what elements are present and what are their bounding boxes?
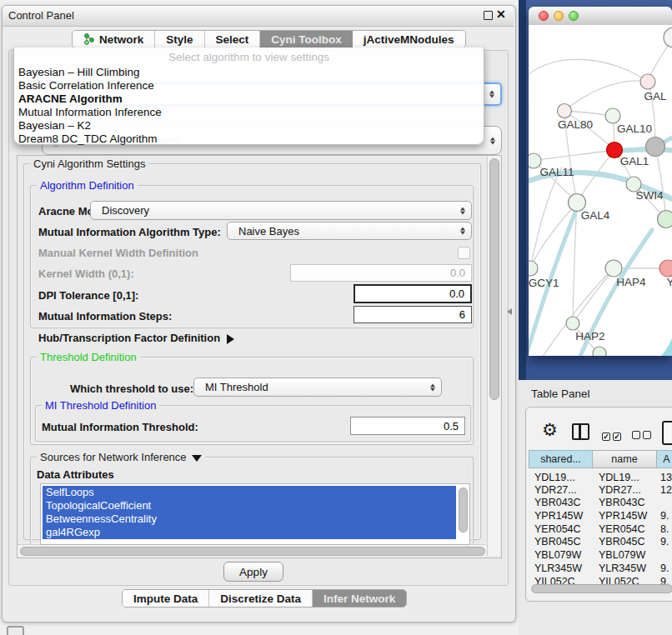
control-panel-title: Control Panel xyxy=(8,9,74,22)
table-cell[interactable]: 9. xyxy=(660,576,672,584)
tab-cyni-toolbox[interactable]: Cyni Toolbox xyxy=(260,31,353,48)
tab-network[interactable]: Network xyxy=(73,31,155,48)
dropdown-item[interactable]: Bayesian – Hill Climbing xyxy=(18,66,140,78)
desktop-left-shadow xyxy=(519,0,526,380)
table-cell[interactable]: YPR145W xyxy=(534,510,591,522)
node-label: GAL80 xyxy=(558,118,593,131)
deselect-all-columns-icon[interactable] xyxy=(632,428,651,442)
select-all-columns-icon[interactable]: ✓✓ xyxy=(602,428,621,442)
settings-vscrollbar-thumb[interactable] xyxy=(489,158,499,400)
document-icon[interactable] xyxy=(662,421,672,445)
mi-algorithm-type-combo[interactable]: Naive Bayes xyxy=(227,222,472,240)
table-cell[interactable]: YDL19... xyxy=(599,472,655,483)
node-unlabeled-top[interactable] xyxy=(664,28,672,48)
dpi-tolerance-label: DPI Tolerance [0,1]: xyxy=(38,289,138,302)
collapsed-arrow-icon xyxy=(227,334,234,344)
tab-infer-network[interactable]: Infer Network xyxy=(313,590,406,607)
gear-icon[interactable]: ⚙ xyxy=(542,420,558,440)
tab-jactivemnodules[interactable]: jActiveMNodules xyxy=(353,31,465,48)
list-item-selected[interactable]: TopologicalCoefficient xyxy=(43,499,456,512)
node-label: GAL1 xyxy=(620,155,649,168)
data-attributes-list[interactable]: SelfLoops TopologicalCoefficient Between… xyxy=(40,483,470,545)
network-window-titlebar[interactable] xyxy=(529,7,672,26)
list-item-selected[interactable]: BetweennessCentrality xyxy=(43,512,456,526)
node-green-right[interactable] xyxy=(658,211,672,228)
manual-kernel-width-checkbox[interactable] xyxy=(458,247,470,259)
list-item-selected[interactable]: SelfLoops xyxy=(43,486,456,499)
combo-arrows-icon xyxy=(489,91,494,98)
float-window-icon[interactable] xyxy=(484,11,493,20)
dropdown-item[interactable]: Bayesian – K2 xyxy=(18,119,91,132)
node-gal80[interactable] xyxy=(558,104,572,118)
minimized-panel-icon[interactable] xyxy=(7,626,24,635)
hub-definition-toggle[interactable]: Hub/Transcription Factor Definition xyxy=(38,332,234,344)
table-cell[interactable]: YDR27... xyxy=(599,484,655,496)
close-panel-icon[interactable]: ✕ xyxy=(496,8,506,21)
table-cell[interactable]: YBR043C xyxy=(599,497,655,508)
tab-select[interactable]: Select xyxy=(205,31,261,48)
tab-impute-data[interactable]: Impute Data xyxy=(123,590,209,607)
table-cell[interactable]: YBR043C xyxy=(534,497,591,508)
mi-steps-field[interactable]: 6 xyxy=(354,306,472,323)
column-view-icon[interactable] xyxy=(572,423,589,440)
table-cell[interactable]: YBR045C xyxy=(599,536,655,548)
table-cell[interactable]: YBR045C xyxy=(534,536,591,548)
node-green-bottom[interactable] xyxy=(593,347,606,356)
table-cell[interactable]: 9. xyxy=(660,510,672,522)
table-cell[interactable]: 9. xyxy=(660,536,672,548)
minimize-traffic-light[interactable] xyxy=(554,11,564,21)
control-panel-titlebar[interactable] xyxy=(3,6,514,27)
close-traffic-light[interactable] xyxy=(539,11,549,21)
node-hap4[interactable] xyxy=(605,260,622,277)
list-item-selected[interactable]: gal4RGexp xyxy=(43,526,456,539)
aracne-mode-combo[interactable]: Discovery xyxy=(90,201,472,220)
sources-group-title[interactable]: Sources for Network Inference xyxy=(37,451,205,463)
dropdown-item-selected[interactable]: ARACNE Algorithm xyxy=(18,92,123,105)
dropdown-item[interactable]: Basic Correlation Inference xyxy=(18,79,154,92)
data-attributes-label: Data Attributes xyxy=(37,468,114,481)
node-gal-top[interactable] xyxy=(640,74,655,89)
which-threshold-combo[interactable]: MI Threshold xyxy=(193,378,442,397)
splitter-collapse-arrow-icon[interactable] xyxy=(507,308,512,315)
tab-label: Infer Network xyxy=(323,592,395,605)
table-cell[interactable]: YBL079W xyxy=(599,549,655,561)
node-gray[interactable] xyxy=(646,138,665,157)
column-header-name[interactable]: name xyxy=(593,450,657,468)
sources-title-label: Sources for Network Inference xyxy=(40,451,187,463)
column-header-partial[interactable]: A xyxy=(657,450,672,468)
dropdown-item[interactable]: Mutual Information Inference xyxy=(18,106,162,118)
table-cell[interactable]: YDR27... xyxy=(534,484,591,496)
table-cell[interactable]: 9. xyxy=(660,562,672,574)
table-cell[interactable]: 13 xyxy=(660,472,672,483)
column-header-shared-name[interactable]: shared... xyxy=(529,450,593,468)
network-canvas[interactable]: GAL GAL80 GAL10 GAL1 GAL11 SWI4 GAL4 GCY… xyxy=(529,25,672,356)
apply-button[interactable]: Apply xyxy=(223,562,283,582)
table-cell[interactable]: YER054C xyxy=(534,523,591,535)
tab-style[interactable]: Style xyxy=(155,31,204,48)
dropdown-item[interactable]: Dream8 DC_TDC Algorithm xyxy=(18,132,158,145)
table-horizontal-scrollbar[interactable] xyxy=(531,584,672,593)
table-cell[interactable]: YER054C xyxy=(599,523,655,535)
table-cell[interactable]: YPR145W xyxy=(599,510,655,522)
table-cell[interactable]: 12 xyxy=(660,484,672,496)
manual-kernel-width-label: Manual Kernel Width Definition xyxy=(38,247,198,259)
table-cell[interactable]: YIL052C xyxy=(534,576,591,584)
table-cell[interactable]: YBL079W xyxy=(534,549,591,561)
node-hap2[interactable] xyxy=(566,317,579,330)
table-cell[interactable]: YLR345W xyxy=(534,562,591,574)
tab-discretize-data[interactable]: Discretize Data xyxy=(209,590,313,607)
mi-threshold-field[interactable]: 0.5 xyxy=(350,417,465,435)
table-cell[interactable]: YIL052C xyxy=(599,576,655,584)
dpi-tolerance-field[interactable]: 0.0 xyxy=(354,284,472,303)
table-cell[interactable]: 8. xyxy=(660,523,672,535)
table-cell[interactable]: YDL19... xyxy=(534,472,591,483)
network-graph: GAL GAL80 GAL10 GAL1 GAL11 SWI4 GAL4 GCY… xyxy=(529,25,672,356)
node-y[interactable] xyxy=(659,260,672,277)
settings-hscrollbar-thumb[interactable] xyxy=(20,547,485,556)
zoom-traffic-light[interactable] xyxy=(569,11,579,21)
kernel-width-field[interactable]: 0.0 xyxy=(290,264,472,282)
node-gcy1[interactable] xyxy=(529,261,538,276)
table-cell[interactable]: YLR345W xyxy=(599,562,655,574)
list-vscrollbar-thumb[interactable] xyxy=(459,488,468,532)
node-gal10[interactable] xyxy=(605,108,620,123)
